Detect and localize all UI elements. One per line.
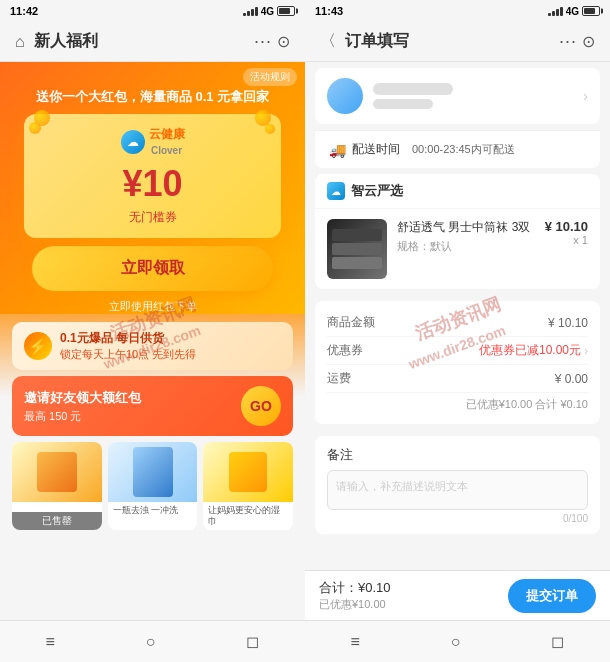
invite-section[interactable]: 邀请好友领大额红包 最高 150 元 GO bbox=[12, 376, 293, 436]
activity-rule-btn[interactable]: 活动规则 bbox=[243, 68, 297, 86]
right-scroll-content: › 🚚 配送时间 00:00-23:45内可配送 ☁ 智云严选 bbox=[305, 62, 610, 570]
left-status-bar: 11:42 4G bbox=[0, 0, 305, 22]
packet-amount: ¥10 bbox=[36, 163, 269, 205]
order-product-info: 舒适透气 男士中筒袜 3双 规格：默认 bbox=[397, 219, 535, 254]
product-row: 已售罄 一瓶去浊 一冲洗 让妈妈更安心的湿巾 bbox=[12, 442, 293, 536]
price-total-detail: 已优惠¥10.00 合计 ¥0.10 bbox=[327, 393, 588, 416]
right-nav-bar: 〈 订单填写 ··· ⊙ bbox=[305, 22, 610, 62]
left-page-title: 新人福利 bbox=[34, 31, 254, 52]
submit-total-area: 合计：¥0.10 已优惠¥10.00 bbox=[319, 579, 391, 612]
user-info bbox=[373, 83, 573, 109]
store-header: ☁ 智云严选 bbox=[315, 174, 600, 209]
battery-icon bbox=[277, 6, 295, 16]
note-placeholder: 请输入，补充描述说明文本 bbox=[336, 480, 468, 492]
product-item-2[interactable]: 一瓶去浊 一冲洗 bbox=[108, 442, 198, 530]
right-bottom-nav: ≡ ○ ◻ bbox=[305, 620, 610, 662]
right-bottom-nav-back[interactable]: ≡ bbox=[350, 633, 359, 651]
delivery-row: 🚚 配送时间 00:00-23:45内可配送 bbox=[315, 130, 600, 168]
user-card[interactable]: › bbox=[315, 68, 600, 124]
cloud-logo: ☁ 云健康 Clover bbox=[36, 126, 269, 157]
use-coupon-text: 立即使用红包下单 bbox=[12, 299, 293, 314]
product-item-3[interactable]: 让妈妈更安心的湿巾 bbox=[203, 442, 293, 530]
right-time: 11:43 bbox=[315, 5, 343, 17]
right-signal-area: 4G bbox=[548, 6, 600, 17]
banner-text: 送你一个大红包，海量商品 0.1 元拿回家 bbox=[12, 88, 293, 106]
flash-icon: ⚡ bbox=[24, 332, 52, 360]
flash-sub: 锁定每天上午10点 先到先得 bbox=[60, 347, 281, 362]
price-label-goods: 商品金额 bbox=[327, 314, 375, 331]
store-section: ☁ 智云严选 舒适透气 男士中筒袜 3双 规格：默认 bbox=[315, 174, 600, 289]
invite-text: 邀请好友领大额红包 最高 150 元 bbox=[24, 389, 141, 424]
delivery-value: 00:00-23:45内可配送 bbox=[412, 142, 515, 157]
note-character-count: 0/100 bbox=[327, 513, 588, 524]
price-row-goods: 商品金额 ¥ 10.10 bbox=[327, 309, 588, 337]
product-image bbox=[327, 219, 387, 279]
flash-title: 0.1元爆品 每日供货 bbox=[60, 330, 281, 347]
coupon-label: 优惠券 bbox=[327, 342, 363, 359]
note-title: 备注 bbox=[327, 446, 588, 464]
bottom-nav-back[interactable]: ≡ bbox=[45, 633, 54, 651]
signal-icon bbox=[243, 6, 258, 16]
left-signal-area: 4G bbox=[243, 6, 295, 17]
shipping-label: 运费 bbox=[327, 370, 351, 387]
product-thumb-1 bbox=[12, 442, 102, 502]
left-bottom-nav: ≡ ○ ◻ bbox=[0, 620, 305, 662]
more-options-icon[interactable]: ··· bbox=[254, 31, 272, 52]
submit-bar: 合计：¥0.10 已优惠¥10.00 提交订单 bbox=[305, 570, 610, 620]
right-refresh-icon[interactable]: ⊙ bbox=[582, 32, 595, 51]
user-name-blurred bbox=[373, 83, 453, 95]
bottom-nav-recent[interactable]: ◻ bbox=[246, 632, 259, 651]
go-button[interactable]: GO bbox=[241, 386, 281, 426]
order-product-qty: x 1 bbox=[545, 234, 588, 246]
left-nav-bar: ⌂ 新人福利 ··· ⊙ bbox=[0, 22, 305, 62]
product-thumb-3 bbox=[203, 442, 293, 502]
home-icon[interactable]: ⌂ bbox=[15, 33, 25, 51]
shipping-value: ¥ 0.00 bbox=[555, 372, 588, 386]
cloud-logo-icon: ☁ bbox=[121, 130, 145, 154]
refresh-icon[interactable]: ⊙ bbox=[277, 32, 290, 51]
submit-order-button[interactable]: 提交订单 bbox=[508, 579, 596, 613]
product-desc-3: 让妈妈更安心的湿巾 bbox=[203, 502, 293, 530]
bottom-nav-home[interactable]: ○ bbox=[146, 633, 156, 651]
invite-title: 邀请好友领大额红包 bbox=[24, 389, 141, 407]
submit-total-value: 合计：¥0.10 bbox=[319, 579, 391, 597]
note-section: 备注 请输入，补充描述说明文本 0/100 bbox=[315, 436, 600, 534]
coupon-chevron-icon: › bbox=[584, 344, 588, 358]
user-phone-blurred bbox=[373, 99, 433, 109]
cloud-logo-text: 云健康 Clover bbox=[149, 126, 185, 157]
claim-button[interactable]: 立即领取 bbox=[32, 246, 273, 291]
left-scroll-content: 活动规则 送你一个大红包，海量商品 0.1 元拿回家 ☁ 云健康 Clover bbox=[0, 62, 305, 620]
user-avatar bbox=[327, 78, 363, 114]
price-value-goods: ¥ 10.10 bbox=[548, 316, 588, 330]
product-sold-badge: 已售罄 bbox=[12, 512, 102, 530]
product-thumb-2 bbox=[108, 442, 198, 502]
price-section: 商品金额 ¥ 10.10 优惠券 优惠券已减10.00元 › 运费 ¥ 0.00… bbox=[315, 301, 600, 424]
price-row-coupon[interactable]: 优惠券 优惠券已减10.00元 › bbox=[327, 337, 588, 365]
product-item-1[interactable]: 已售罄 bbox=[12, 442, 102, 530]
order-product-name: 舒适透气 男士中筒袜 3双 bbox=[397, 219, 535, 236]
order-product-price: ¥ 10.10 bbox=[545, 219, 588, 234]
right-more-options-icon[interactable]: ··· bbox=[559, 31, 577, 52]
back-icon[interactable]: 〈 bbox=[320, 31, 336, 52]
delivery-icon: 🚚 bbox=[329, 142, 346, 158]
network-type: 4G bbox=[261, 6, 274, 17]
right-status-bar: 11:43 4G bbox=[305, 0, 610, 22]
flash-sale-section[interactable]: ⚡ 0.1元爆品 每日供货 锁定每天上午10点 先到先得 bbox=[12, 322, 293, 370]
packet-label: 无门槛券 bbox=[36, 209, 269, 226]
invite-amount: 最高 150 元 bbox=[24, 409, 141, 424]
right-signal-icon bbox=[548, 6, 563, 16]
right-bottom-nav-home[interactable]: ○ bbox=[451, 633, 461, 651]
store-name: 智云严选 bbox=[351, 182, 403, 200]
coupon-value: 优惠券已减10.00元 bbox=[479, 342, 581, 359]
right-battery-icon bbox=[582, 6, 600, 16]
delivery-label: 配送时间 bbox=[352, 141, 400, 158]
red-packet-card: ☁ 云健康 Clover ¥10 无门槛券 bbox=[24, 114, 281, 238]
left-time: 11:42 bbox=[10, 5, 38, 17]
right-bottom-nav-recent[interactable]: ◻ bbox=[551, 632, 564, 651]
right-network-type: 4G bbox=[566, 6, 579, 17]
order-product: 舒适透气 男士中筒袜 3双 规格：默认 ¥ 10.10 x 1 bbox=[315, 209, 600, 289]
right-page-title: 订单填写 bbox=[345, 31, 559, 52]
chevron-right-icon: › bbox=[583, 88, 588, 104]
submit-discount-value: 已优惠¥10.00 bbox=[319, 597, 391, 612]
note-input-field[interactable]: 请输入，补充描述说明文本 bbox=[327, 470, 588, 510]
